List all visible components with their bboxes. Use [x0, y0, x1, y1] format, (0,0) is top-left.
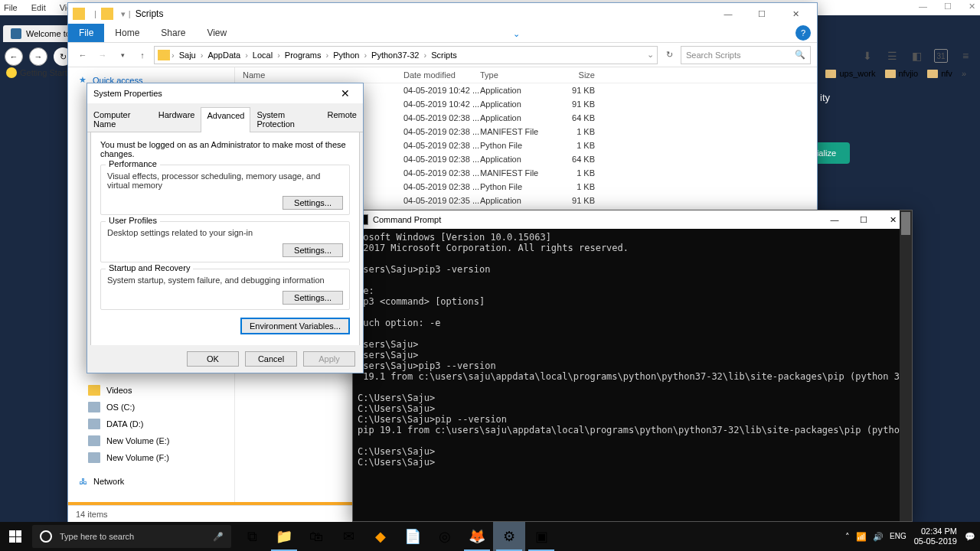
menu-file[interactable]: File [4, 3, 18, 12]
perf-settings-button[interactable]: Settings... [283, 196, 343, 210]
tray-icons[interactable]: ˄ 📶 🔊 ENG [845, 532, 906, 542]
breadcrumb[interactable]: › Saju› AppData› Local› Programs› Python… [154, 46, 658, 64]
tab-system-protection[interactable]: System Protection [250, 106, 321, 132]
sidebar-drive-f[interactable]: New Volume (F:) [68, 449, 234, 466]
start-button[interactable] [0, 522, 31, 551]
library-icon[interactable]: ☰ [885, 49, 899, 63]
firefox-icon[interactable]: 🦊 [461, 522, 493, 551]
crumb[interactable]: Programs [282, 49, 325, 61]
minimize-button[interactable]: — [711, 3, 745, 24]
col-date[interactable]: Date modified [403, 70, 480, 80]
pocket-icon[interactable]: 31 [934, 49, 948, 63]
tab-computer-name[interactable]: Computer Name [87, 106, 152, 132]
window-title: Command Prompt [373, 215, 441, 224]
user-settings-button[interactable]: Settings... [283, 243, 343, 257]
close-button[interactable]: ✕ [334, 87, 357, 99]
scrollbar[interactable] [900, 210, 912, 521]
ribbon-share[interactable]: Share [150, 24, 196, 42]
dropdown-icon[interactable]: ⌄ [647, 50, 654, 60]
notifications-icon[interactable]: 💬 [965, 532, 975, 542]
sublime-icon[interactable]: ◆ [364, 522, 397, 551]
folder-icon [885, 70, 896, 78]
bookmark-folder[interactable]: nfvjio [885, 69, 919, 78]
maximize-button[interactable]: ☐ [745, 3, 779, 24]
sidebar-drive-e[interactable]: New Volume (E:) [68, 432, 234, 449]
scrollbar-thumb[interactable] [901, 212, 910, 235]
apply-button[interactable]: Apply [303, 351, 355, 367]
notepad-icon[interactable]: 📄 [397, 522, 429, 551]
maximize-button[interactable]: ☐ [944, 2, 952, 11]
cmd-icon[interactable]: ▣ [525, 522, 557, 551]
forward-button[interactable]: → [29, 47, 47, 66]
ribbon-view[interactable]: View [196, 24, 237, 42]
close-button[interactable]: ✕ [969, 2, 975, 11]
wifi-icon[interactable]: 📶 [856, 532, 867, 542]
task-view-icon[interactable]: ⧉ [236, 522, 268, 551]
menu-icon[interactable]: ≡ [959, 49, 972, 63]
sidebar-network[interactable]: 🖧Network [68, 474, 234, 489]
store-icon[interactable]: 🛍 [300, 522, 332, 551]
maximize-button[interactable]: ☐ [849, 215, 878, 225]
browser-tab-2[interactable]: Getting Starte [6, 67, 72, 78]
ribbon-home[interactable]: Home [104, 24, 150, 42]
crumb[interactable]: Python [330, 49, 362, 61]
bookmark-folder[interactable]: ups_work [825, 69, 875, 78]
crumb[interactable]: AppData [204, 49, 243, 61]
tab-advanced[interactable]: Advanced [201, 107, 250, 132]
item-count: 14 items [76, 510, 108, 519]
menu-edit[interactable]: Edit [31, 3, 46, 12]
cmd-titlebar[interactable]: Command Prompt — ☐ ✕ [353, 210, 912, 229]
tab-remote[interactable]: Remote [321, 106, 363, 132]
minimize-button[interactable]: — [820, 215, 849, 225]
refresh-button[interactable]: ↻ [661, 47, 678, 64]
ribbon-expand-icon[interactable]: ⌄ [508, 26, 524, 42]
environment-variables-button[interactable]: Environment Variables... [240, 318, 350, 334]
overflow-icon[interactable]: » [962, 69, 966, 78]
up-button[interactable]: ↑ [134, 47, 151, 64]
minimize-button[interactable]: — [919, 2, 927, 11]
sidebar-icon[interactable]: ◧ [910, 49, 923, 63]
language-icon[interactable]: ENG [890, 532, 906, 542]
settings-icon[interactable]: ⚙ [493, 522, 525, 551]
volume-icon[interactable]: 🔊 [873, 532, 884, 542]
sidebar-label: New Volume (F:) [106, 453, 169, 462]
star-icon: ★ [79, 75, 87, 85]
mail-icon[interactable]: ✉ [332, 522, 364, 551]
taskbar-search[interactable]: Type here to search 🎤 [32, 525, 231, 548]
sidebar-videos[interactable]: Videos [68, 382, 234, 399]
col-type[interactable]: Type [480, 70, 555, 80]
mic-icon[interactable]: 🎤 [213, 532, 224, 542]
startup-settings-button[interactable]: Settings... [283, 291, 343, 305]
help-icon[interactable]: ? [795, 25, 811, 41]
bookmark-folder[interactable]: nfv [927, 69, 952, 78]
chrome-icon[interactable]: ◎ [429, 522, 461, 551]
back-button[interactable]: ← [74, 47, 91, 64]
crumb[interactable]: Local [250, 49, 276, 61]
folder-icon [88, 385, 100, 396]
col-name[interactable]: Name [235, 70, 403, 80]
file-list-header[interactable]: Name Date modified Type Size [235, 67, 817, 83]
crumb[interactable]: Python37-32 [368, 49, 422, 61]
sidebar-drive-c[interactable]: OS (C:) [68, 399, 234, 416]
chevron-up-icon[interactable]: ˄ [845, 532, 850, 542]
expand-icon[interactable]: ▾ [121, 9, 126, 19]
sidebar-drive-d[interactable]: DATA (D:) [68, 416, 234, 432]
explorer-icon[interactable]: 📁 [268, 522, 300, 551]
back-button[interactable]: ← [5, 47, 23, 66]
recent-button[interactable]: ▾ [114, 47, 131, 64]
cmd-output[interactable]: rosoft Windows [Version 10.0.15063] 2017… [353, 229, 912, 521]
cancel-button[interactable]: Cancel [245, 351, 297, 367]
forward-button[interactable]: → [94, 47, 111, 64]
tab-hardware[interactable]: Hardware [152, 106, 201, 132]
close-button[interactable]: ✕ [779, 3, 812, 24]
clock[interactable]: 02:34 PM 05-05-2019 [914, 527, 957, 546]
dialog-titlebar[interactable]: System Properties ✕ [87, 83, 363, 103]
crumb[interactable]: Scripts [428, 49, 460, 61]
download-icon[interactable]: ⬇ [861, 49, 874, 63]
crumb[interactable]: Saju [176, 49, 199, 61]
col-size[interactable]: Size [555, 70, 603, 80]
ribbon-file[interactable]: File [68, 24, 104, 42]
ok-button[interactable]: OK [187, 351, 239, 367]
explorer-titlebar[interactable]: | ▾ | Scripts — ☐ ✕ [68, 3, 817, 24]
search-input[interactable]: Search Scripts 🔍 [681, 46, 811, 64]
